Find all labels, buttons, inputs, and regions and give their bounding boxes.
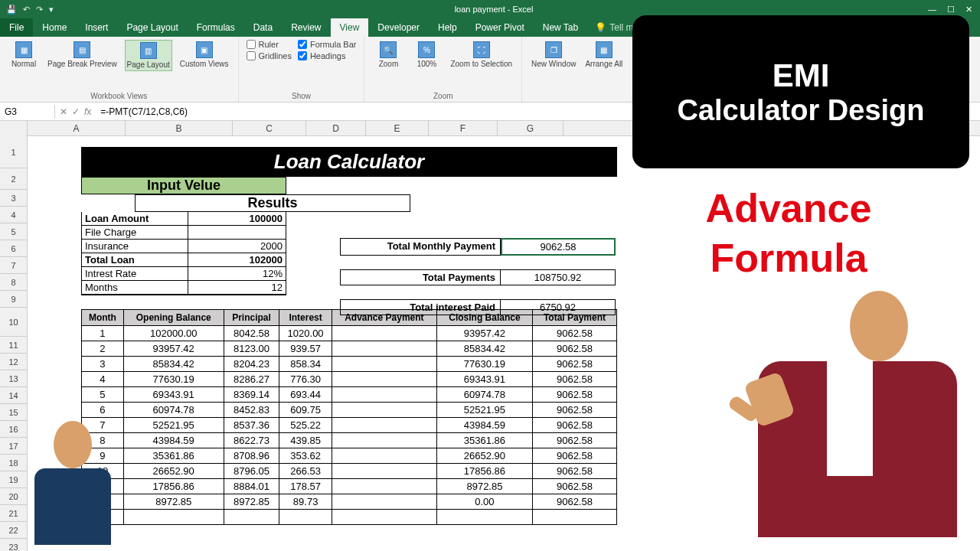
input-row[interactable]: Total Loan102000 [82, 253, 286, 267]
input-header: Input Velue [81, 177, 286, 194]
row-header[interactable]: 8 [0, 274, 27, 291]
tab-page-layout[interactable]: Page Layout [117, 18, 187, 37]
tab-new-tab[interactable]: New Tab [534, 18, 587, 37]
close-icon[interactable]: ✕ [965, 5, 972, 15]
tab-data[interactable]: Data [244, 18, 282, 37]
schedule-row[interactable]: 935361.868708.96353.6226652.909062.58 [82, 448, 617, 464]
input-row[interactable]: Loan Amount100000 [82, 212, 286, 226]
tab-view[interactable]: View [331, 18, 369, 37]
schedule-table: MonthOpening BalancePrincipalInterestAdv… [81, 309, 617, 525]
schedule-row[interactable]: 1117856.868884.01178.578972.859062.58 [82, 479, 617, 494]
custom-views-button[interactable]: ▣Custom Views [178, 40, 230, 70]
normal-view-button[interactable]: ▦Normal [8, 40, 40, 70]
column-header[interactable]: G [498, 121, 564, 135]
row-header[interactable]: 3 [0, 190, 27, 207]
results-table: Total Monthly Payment9062.58Total Paymen… [340, 238, 617, 329]
window-title: loan payment - Excel [60, 5, 928, 14]
group-label: Workbook Views [90, 92, 147, 100]
row-header[interactable]: 9 [0, 291, 27, 308]
input-row[interactable]: File Charge [82, 226, 286, 240]
new-window-button[interactable]: ❐New Window [530, 40, 577, 70]
row-header[interactable]: 5 [0, 223, 27, 240]
group-workbook-views: ▦Normal ▤Page Break Preview ▥Page Layout… [0, 37, 239, 102]
column-header[interactable]: F [429, 121, 498, 135]
zoom-button[interactable]: 🔍Zoom [372, 40, 404, 70]
row-header[interactable]: 2 [0, 168, 27, 190]
row-header[interactable]: 1 [0, 136, 27, 168]
overlay-title-card: EMI Calculator Design [632, 15, 969, 168]
person-photo-left [23, 421, 122, 551]
formula-bar-checkbox[interactable]: Formula Bar [298, 40, 357, 49]
tab-help[interactable]: Help [429, 18, 466, 37]
zoom-to-selection-button[interactable]: ⛶Zoom to Selection [449, 40, 514, 70]
select-all-corner[interactable] [0, 121, 28, 136]
calculator-title: Loan Calculator [81, 147, 617, 177]
schedule-row[interactable]: 477630.198286.27776.3069343.919062.58 [82, 372, 617, 387]
name-box[interactable]: G3 [0, 105, 55, 119]
gridlines-checkbox[interactable]: Gridlines [247, 51, 292, 60]
tab-formulas[interactable]: Formulas [188, 18, 244, 37]
row-header[interactable]: 13 [0, 370, 27, 387]
tab-file[interactable]: File [0, 18, 33, 37]
schedule-row[interactable]: 385834.428204.23858.3477630.199062.58 [82, 357, 617, 372]
result-row[interactable]: Total interest Paid6750.92 [340, 299, 617, 315]
result-row[interactable]: Total Payments108750.92 [340, 269, 617, 285]
page-layout-button[interactable]: ▥Page Layout [125, 40, 172, 71]
lightbulb-icon: 💡 [595, 22, 606, 33]
results-header: Results [135, 194, 410, 212]
redo-icon[interactable]: ↷ [36, 5, 43, 15]
cancel-formula-icon[interactable]: ✕ [60, 106, 67, 117]
column-header[interactable]: B [126, 121, 233, 135]
result-row[interactable]: Total Monthly Payment9062.58 [340, 238, 617, 256]
schedule-row[interactable]: 660974.788452.83609.7552521.959062.58 [82, 403, 617, 418]
overlay-line1: EMI [773, 57, 830, 94]
row-header[interactable]: 4 [0, 207, 27, 223]
maximize-icon[interactable]: ☐ [947, 5, 955, 15]
schedule-header: Interest [279, 310, 332, 326]
tab-insert[interactable]: Insert [76, 18, 117, 37]
schedule-row[interactable]: 293957.428123.00939.5785834.429062.58 [82, 341, 617, 357]
schedule-row[interactable]: 752521.958537.36525.2243984.599062.58 [82, 418, 617, 433]
column-header[interactable]: A [28, 121, 126, 135]
group-show: Ruler Gridlines Formula Bar Headings Sho… [239, 37, 365, 102]
schedule-row[interactable]: 128972.858972.8589.730.009062.58 [82, 494, 617, 510]
undo-icon[interactable]: ↶ [23, 5, 30, 15]
tab-home[interactable]: Home [33, 18, 76, 37]
tab-review[interactable]: Review [282, 18, 330, 37]
input-row[interactable]: Intrest Rate12% [82, 267, 286, 281]
ruler-checkbox[interactable]: Ruler [247, 40, 279, 49]
headings-checkbox[interactable]: Headings [298, 51, 345, 60]
overlay-line2: Calculator Design [677, 94, 924, 127]
enter-formula-icon[interactable]: ✓ [72, 106, 80, 117]
column-header[interactable]: E [366, 121, 429, 135]
row-header[interactable]: 6 [0, 240, 27, 257]
tab-power-pivot[interactable]: Power Pivot [466, 18, 534, 37]
schedule-row[interactable] [82, 510, 617, 525]
fx-icon[interactable]: fx [84, 106, 91, 117]
schedule-row[interactable]: 569343.918369.14693.4460974.789062.58 [82, 387, 617, 403]
group-zoom: 🔍Zoom %100% ⛶Zoom to Selection Zoom [364, 37, 522, 102]
row-header[interactable]: 11 [0, 337, 27, 354]
arrange-all-button[interactable]: ▦Arrange All [583, 40, 624, 70]
input-row[interactable]: Insurance2000 [82, 240, 286, 253]
row-header[interactable]: 10 [0, 308, 27, 337]
tab-developer[interactable]: Developer [368, 18, 429, 37]
schedule-row[interactable]: 1026652.908796.05266.5317856.869062.58 [82, 464, 617, 479]
row-header[interactable]: 14 [0, 387, 27, 404]
column-header[interactable]: C [233, 121, 306, 135]
row-header[interactable]: 7 [0, 257, 27, 274]
page-break-preview-button[interactable]: ▤Page Break Preview [46, 40, 119, 70]
row-header[interactable]: 12 [0, 354, 27, 370]
save-icon[interactable]: 💾 [6, 5, 17, 15]
loan-calculator: Loan Calculator Input Velue Results Loan… [81, 147, 617, 525]
column-header[interactable]: D [306, 121, 366, 135]
group-label: Zoom [433, 92, 453, 100]
person-photo-right [743, 291, 972, 551]
schedule-row[interactable]: 843984.598622.73439.8535361.869062.58 [82, 433, 617, 448]
row-header[interactable]: 15 [0, 404, 27, 421]
schedule-header: Principal [224, 310, 279, 326]
input-row[interactable]: Months12 [82, 281, 286, 295]
minimize-icon[interactable]: — [928, 5, 936, 15]
qat-dropdown-icon[interactable]: ▾ [49, 5, 54, 15]
zoom-100-button[interactable]: %100% [410, 40, 443, 70]
